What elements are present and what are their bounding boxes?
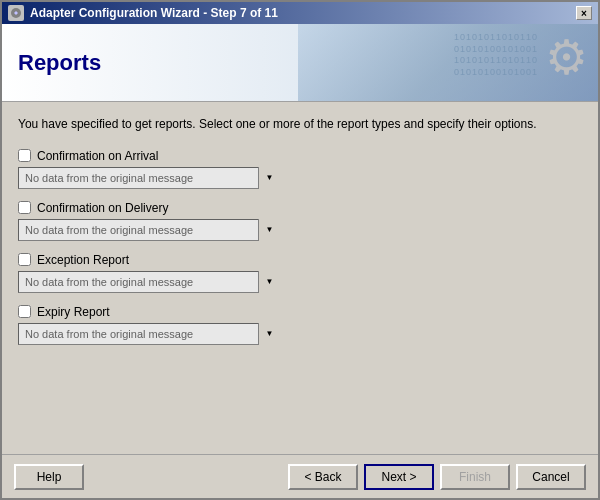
cancel-button[interactable]: Cancel (516, 464, 586, 490)
confirmation-delivery-checkbox[interactable] (18, 201, 31, 214)
report-section-1: Confirmation on Delivery No data from th… (18, 201, 582, 241)
title-bar: Adapter Configuration Wizard - Step 7 of… (2, 2, 598, 24)
confirmation-delivery-dropdown-container: No data from the original message All da… (18, 219, 280, 241)
confirmation-arrival-dropdown[interactable]: No data from the original message All da… (18, 167, 278, 189)
footer-left: Help (14, 464, 84, 490)
confirmation-arrival-label[interactable]: Confirmation on Arrival (18, 149, 582, 163)
description-text: You have specified to get reports. Selec… (18, 116, 582, 133)
confirmation-arrival-checkbox[interactable] (18, 149, 31, 162)
expiry-report-checkbox[interactable] (18, 305, 31, 318)
report-section-2: Exception Report No data from the origin… (18, 253, 582, 293)
next-button[interactable]: Next > (364, 464, 434, 490)
expiry-report-dropdown[interactable]: No data from the original message All da… (18, 323, 278, 345)
exception-report-dropdown-container: No data from the original message All da… (18, 271, 280, 293)
confirmation-delivery-text: Confirmation on Delivery (37, 201, 168, 215)
expiry-report-label[interactable]: Expiry Report (18, 305, 582, 319)
exception-report-text: Exception Report (37, 253, 129, 267)
back-button[interactable]: < Back (288, 464, 358, 490)
confirmation-arrival-text: Confirmation on Arrival (37, 149, 158, 163)
confirmation-arrival-dropdown-container: No data from the original message All da… (18, 167, 280, 189)
confirmation-delivery-label[interactable]: Confirmation on Delivery (18, 201, 582, 215)
page-title: Reports (18, 50, 101, 76)
app-icon (8, 5, 24, 21)
exception-report-label[interactable]: Exception Report (18, 253, 582, 267)
binary-decoration: 10101011010110 01010100101001 1010101101… (454, 32, 538, 79)
confirmation-delivery-dropdown[interactable]: No data from the original message All da… (18, 219, 278, 241)
expiry-report-dropdown-container: No data from the original message All da… (18, 323, 280, 345)
exception-report-dropdown[interactable]: No data from the original message All da… (18, 271, 278, 293)
main-window: Adapter Configuration Wizard - Step 7 of… (0, 0, 600, 500)
header-banner: Reports 10101011010110 01010100101001 10… (2, 24, 598, 102)
finish-button[interactable]: Finish (440, 464, 510, 490)
expiry-report-text: Expiry Report (37, 305, 110, 319)
close-button[interactable]: × (576, 6, 592, 20)
title-bar-text: Adapter Configuration Wizard - Step 7 of… (30, 6, 278, 20)
footer-right: < Back Next > Finish Cancel (288, 464, 586, 490)
gear-icon: ⚙ (545, 29, 588, 85)
title-bar-left: Adapter Configuration Wizard - Step 7 of… (8, 5, 278, 21)
exception-report-checkbox[interactable] (18, 253, 31, 266)
help-button[interactable]: Help (14, 464, 84, 490)
report-section-0: Confirmation on Arrival No data from the… (18, 149, 582, 189)
footer: Help < Back Next > Finish Cancel (2, 454, 598, 498)
content-area: You have specified to get reports. Selec… (2, 102, 598, 454)
report-section-3: Expiry Report No data from the original … (18, 305, 582, 345)
